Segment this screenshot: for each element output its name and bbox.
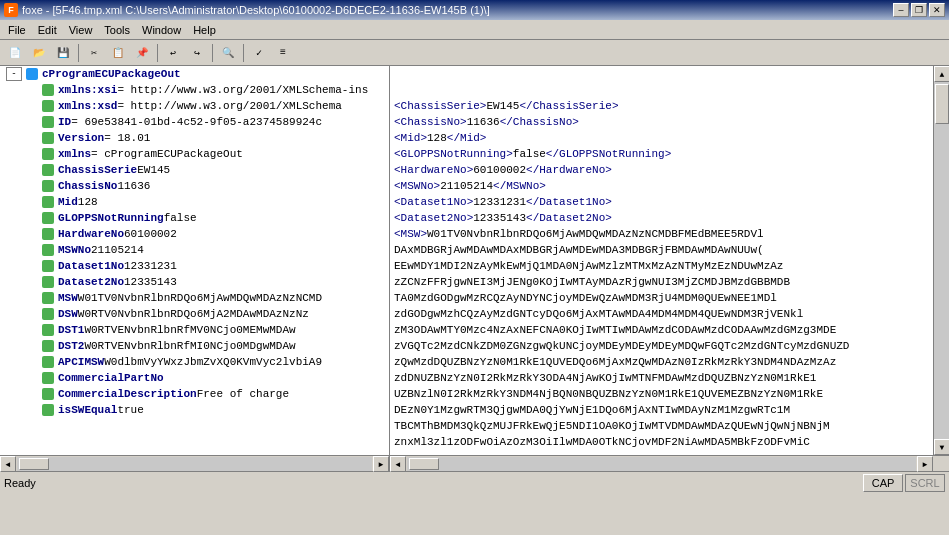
main-wrapper: -cProgramECUPackageOutxmlns:xsi = http:/…	[0, 66, 949, 471]
node-icon	[40, 227, 56, 241]
left-scroll-left[interactable]: ◄	[0, 456, 16, 472]
xml-line: DEzN0Y1MzgwRTM3QjgwMDA0QjYwNjE1DQo6MjAxN…	[390, 402, 933, 418]
toolbar-sep3	[212, 44, 213, 62]
tree-item[interactable]: APCIMSW W0dlbmVyYWxzJbmZvXQ0KVmVyc2lvbiA…	[0, 354, 389, 370]
node-key: cProgramECUPackageOut	[42, 68, 181, 80]
tree-item[interactable]: xmlns = cProgramECUPackageOut	[0, 146, 389, 162]
node-icon	[40, 291, 56, 305]
xml-line	[390, 82, 933, 98]
menu-window[interactable]: Window	[136, 22, 187, 38]
tree-item[interactable]: HardwareNo 60100002	[0, 226, 389, 242]
restore-button[interactable]: ❐	[911, 3, 927, 17]
left-pane: -cProgramECUPackageOutxmlns:xsi = http:/…	[0, 66, 390, 455]
node-icon	[40, 99, 56, 113]
vertical-scrollbar[interactable]: ▲ ▼	[933, 66, 949, 455]
left-hscroll[interactable]: ◄ ►	[0, 456, 390, 471]
node-key: DST1	[58, 324, 84, 336]
scroll-thumb[interactable]	[935, 84, 949, 124]
tree-item[interactable]: xmlns:xsi = http://www.w3.org/2001/XMLSc…	[0, 82, 389, 98]
xml-line: zZCNzFFRjgwNEI3MjJENg0KOjIwMTAyMDAzRjgwN…	[390, 274, 933, 290]
tree-item[interactable]: DSW W0RTV0NvbnRlbnRDQo6MjA2MDAwMDAzNzNz	[0, 306, 389, 322]
xml-line: zQwMzdDQUZBNzYzN0M1RkE1QUVEDQo6MjAxMzQwM…	[390, 354, 933, 370]
tree-item[interactable]: GLOPPSNotRunning false	[0, 210, 389, 226]
xml-container[interactable]: <ChassisSerie>EW145</ChassisSerie> <Chas…	[390, 66, 933, 455]
tree-toggle[interactable]: -	[6, 67, 22, 81]
tree-container[interactable]: -cProgramECUPackageOutxmlns:xsi = http:/…	[0, 66, 389, 455]
node-icon	[40, 275, 56, 289]
xml-line: <Mid>128</Mid>	[390, 130, 933, 146]
toolbar-save[interactable]: 💾	[52, 43, 74, 63]
node-icon	[40, 355, 56, 369]
tree-item[interactable]: -cProgramECUPackageOut	[0, 66, 389, 82]
tree-item[interactable]: ChassisSerie EW145	[0, 162, 389, 178]
toolbar-format[interactable]: ≡	[272, 43, 294, 63]
minimize-button[interactable]: –	[893, 3, 909, 17]
window-controls[interactable]: – ❐ ✕	[893, 3, 945, 17]
toolbar-validate[interactable]: ✓	[248, 43, 270, 63]
xml-line	[390, 66, 933, 82]
node-icon	[40, 339, 56, 353]
node-key: xmlns:xsi	[58, 84, 117, 96]
tree-item[interactable]: DST1 W0RTVENvbnRlbnRfMV0NCjo0MEMwMDAw	[0, 322, 389, 338]
tree-item[interactable]: DST2 W0RTVENvbnRlbnRfMI0NCjo0MDgwMDAw	[0, 338, 389, 354]
xml-line: zdGODgwMzhCQzAyMzdGNTcyDQo6MjAxMTAwMDA4M…	[390, 306, 933, 322]
window-title: foxe - [5F46.tmp.xml C:\Users\Administra…	[22, 4, 490, 16]
xml-line: <Dataset1No>12331231</Dataset1No>	[390, 194, 933, 210]
tree-item[interactable]: MSWNo 21105214	[0, 242, 389, 258]
title-bar: F foxe - [5F46.tmp.xml C:\Users\Administ…	[0, 0, 949, 20]
toolbar-find[interactable]: 🔍	[217, 43, 239, 63]
scrl-indicator: SCRL	[905, 474, 945, 492]
right-pane: <ChassisSerie>EW145</ChassisSerie> <Chas…	[390, 66, 933, 455]
node-value: = http://www.w3.org/2001/XMLSchema	[117, 100, 341, 112]
node-key: APCIMSW	[58, 356, 104, 368]
node-key: CommercialDescription	[58, 388, 197, 400]
tree-item[interactable]: CommercialDescription Free of charge	[0, 386, 389, 402]
tree-item[interactable]: ChassisNo 11636	[0, 178, 389, 194]
node-key: Mid	[58, 196, 78, 208]
scroll-down-button[interactable]: ▼	[934, 439, 949, 455]
right-hscroll[interactable]: ◄ ►	[390, 456, 933, 471]
node-key: HardwareNo	[58, 228, 124, 240]
node-icon	[40, 131, 56, 145]
toolbar-open[interactable]: 📂	[28, 43, 50, 63]
tree-item[interactable]: MSW W01TV0NvbnRlbnRDQo6MjAwMDQwMDAzNzNCM…	[0, 290, 389, 306]
left-scroll-right[interactable]: ►	[373, 456, 389, 472]
tree-item[interactable]: CommercialPartNo	[0, 370, 389, 386]
menu-view[interactable]: View	[63, 22, 99, 38]
toolbar-copy[interactable]: 📋	[107, 43, 129, 63]
toolbar-sep4	[243, 44, 244, 62]
menu-edit[interactable]: Edit	[32, 22, 63, 38]
tree-item[interactable]: Version = 18.01	[0, 130, 389, 146]
xml-line: DAxMDBGRjAwMDAwMDAxMDBGRjAwMDEwMDA3MDBGR…	[390, 242, 933, 258]
toolbar-redo[interactable]: ↪	[186, 43, 208, 63]
menu-bar: File Edit View Tools Window Help	[0, 20, 949, 40]
toolbar-paste[interactable]: 📌	[131, 43, 153, 63]
node-key: GLOPPSNotRunning	[58, 212, 164, 224]
tree-item[interactable]: Dataset2No 12335143	[0, 274, 389, 290]
tree-item[interactable]: xmlns:xsd = http://www.w3.org/2001/XMLSc…	[0, 98, 389, 114]
menu-file[interactable]: File	[2, 22, 32, 38]
tree-item[interactable]: Dataset1No 12331231	[0, 258, 389, 274]
toolbar-cut[interactable]: ✂	[83, 43, 105, 63]
right-scroll-left[interactable]: ◄	[390, 456, 406, 472]
tree-item[interactable]: ID = 69e53841-01bd-4c52-9f05-a2374589924…	[0, 114, 389, 130]
tree-item[interactable]: Mid 128	[0, 194, 389, 210]
node-icon	[40, 115, 56, 129]
xml-line: EEwMDY1MDI2NzAyMkEwMjQ1MDA0NjAwMzlzMTMxM…	[390, 258, 933, 274]
node-key: Version	[58, 132, 104, 144]
toolbar-new[interactable]: 📄	[4, 43, 26, 63]
right-scroll-right[interactable]: ►	[917, 456, 933, 472]
toolbar-sep1	[78, 44, 79, 62]
tree-item[interactable]: isSWEqual true	[0, 402, 389, 418]
node-key: ID	[58, 116, 71, 128]
scroll-track[interactable]	[934, 82, 949, 439]
horizontal-scroll-area: ◄ ► ◄ ►	[0, 455, 949, 471]
status-bar: Ready CAP SCRL	[0, 471, 949, 493]
close-button[interactable]: ✕	[929, 3, 945, 17]
node-value: W0RTV0NvbnRlbnRDQo6MjA2MDAwMDAzNzNz	[78, 308, 309, 320]
scroll-up-button[interactable]: ▲	[934, 66, 949, 82]
toolbar-undo[interactable]: ↩	[162, 43, 184, 63]
xml-line: <ChassisNo>11636</ChassisNo>	[390, 114, 933, 130]
menu-tools[interactable]: Tools	[98, 22, 136, 38]
menu-help[interactable]: Help	[187, 22, 222, 38]
